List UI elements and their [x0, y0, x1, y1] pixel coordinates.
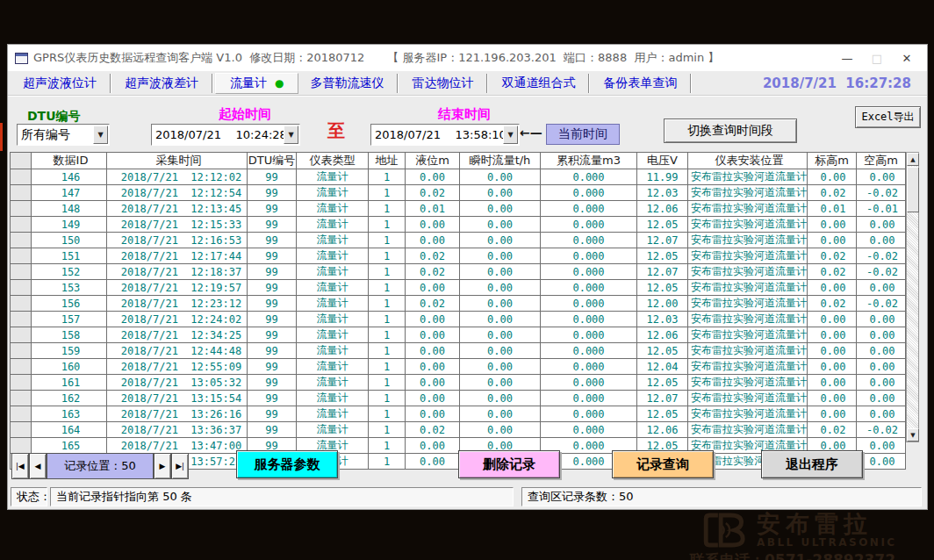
- table-row[interactable]: 1612018/7/21 13:05:3299流量计10.000.000.000…: [11, 375, 906, 391]
- dropdown-arrow-icon[interactable]: ▼: [503, 126, 518, 144]
- cell: 0.00: [857, 327, 906, 343]
- cell: 0.000: [541, 264, 637, 280]
- table-row[interactable]: 1522018/7/21 12:18:3799流量计10.020.000.000…: [11, 264, 906, 280]
- cell: 149: [32, 217, 107, 233]
- row-selector-cell[interactable]: [11, 169, 32, 185]
- row-selector-cell[interactable]: [11, 327, 32, 343]
- row-selector-cell[interactable]: [11, 264, 32, 280]
- table-row[interactable]: 1632018/7/21 13:26:1699流量计10.000.000.000…: [11, 406, 906, 422]
- table-row[interactable]: 1562018/7/21 12:23:1299流量计10.020.000.000…: [11, 296, 906, 312]
- maximize-button[interactable]: □: [862, 47, 892, 69]
- first-record-button[interactable]: |◀: [11, 453, 29, 479]
- cell: 99: [248, 185, 297, 201]
- header-address: 地址: [369, 153, 406, 169]
- dropdown-arrow-icon[interactable]: ▼: [93, 126, 108, 144]
- tab-divider: [212, 74, 213, 93]
- row-selector-cell[interactable]: [11, 248, 32, 264]
- tab-divider: [397, 74, 399, 93]
- cell: 0.02: [406, 296, 460, 312]
- cell: 164: [32, 422, 107, 438]
- cell: 安布雷拉实验河道流量计-刘军: [688, 185, 808, 201]
- cell: 0.00: [808, 169, 857, 185]
- current-time-button[interactable]: 当前时间: [546, 124, 620, 145]
- cell: 0.00: [460, 359, 541, 375]
- minimize-button[interactable]: —: [832, 47, 862, 69]
- cell: 99: [248, 327, 297, 343]
- close-button[interactable]: ✕: [892, 47, 922, 69]
- row-selector-cell[interactable]: [11, 217, 32, 233]
- cell: 12.00: [637, 296, 688, 312]
- table-row[interactable]: 1602018/7/21 12:55:0999流量计10.000.000.000…: [11, 359, 906, 375]
- table-row[interactable]: 1512018/7/21 12:17:4499流量计10.020.000.000…: [11, 248, 906, 264]
- tab-ultrasonic-level-diff-meter[interactable]: 超声波液差计: [113, 73, 210, 94]
- cell: 安布雷拉实验河道流量计-刘军: [688, 359, 808, 375]
- dropdown-arrow-icon[interactable]: ▼: [284, 126, 298, 144]
- cell: 流量计: [297, 406, 369, 422]
- cell: 0.00: [460, 406, 541, 422]
- cell: 0.000: [541, 312, 637, 327]
- table-row[interactable]: 1532018/7/21 12:19:5799流量计10.000.000.000…: [11, 280, 906, 296]
- scrollbar-thumb[interactable]: [907, 167, 919, 212]
- tab-radar-level-meter[interactable]: 雷达物位计: [400, 73, 485, 94]
- scroll-up-icon[interactable]: ▲: [907, 153, 919, 166]
- tab-doppler-velocimeter[interactable]: 多普勒流速仪: [298, 73, 395, 94]
- cell: 2018/7/21 12:44:48: [107, 343, 248, 359]
- cell: 流量计: [297, 217, 369, 233]
- tab-flowmeter[interactable]: 流量计●: [215, 73, 298, 94]
- cell: 2018/7/21 12:17:44: [107, 248, 248, 264]
- delete-record-button[interactable]: 删除记录: [458, 450, 560, 478]
- dtu-number-select[interactable]: 所有编号 ▼: [17, 124, 110, 146]
- row-selector-cell[interactable]: [11, 201, 32, 217]
- exit-program-button[interactable]: 退出程序: [761, 450, 863, 478]
- vertical-scrollbar[interactable]: ▲ ▼: [906, 152, 919, 442]
- table-row[interactable]: 1592018/7/21 12:44:4899流量计10.000.000.000…: [11, 343, 906, 359]
- row-selector-cell[interactable]: [11, 343, 32, 359]
- switch-time-range-button[interactable]: 切换查询时间段: [664, 118, 797, 143]
- row-selector-cell[interactable]: [11, 359, 32, 375]
- table-row[interactable]: 1492018/7/21 12:15:3399流量计10.000.000.000…: [11, 217, 906, 233]
- cell: 12.05: [637, 248, 688, 264]
- row-selector-cell[interactable]: [11, 391, 32, 406]
- cell: 99: [248, 343, 297, 359]
- cell: 99: [248, 169, 297, 185]
- row-selector-cell[interactable]: [11, 233, 32, 248]
- table-row[interactable]: 1482018/7/21 12:13:4599流量计10.010.000.000…: [11, 201, 906, 217]
- table-row[interactable]: 1462018/7/21 12:12:0299流量计10.000.000.000…: [11, 169, 906, 185]
- tab-backup-form-query[interactable]: 备份表单查询: [592, 73, 688, 94]
- row-selector-cell[interactable]: [11, 422, 32, 438]
- cell: -0.02: [857, 422, 906, 438]
- next-record-button[interactable]: ▶: [154, 453, 171, 479]
- tab-dual-channel-combo[interactable]: 双通道组合式: [490, 73, 586, 94]
- tab-ultrasonic-level-meter[interactable]: 超声波液位计: [11, 73, 108, 94]
- row-selector-cell[interactable]: [11, 280, 32, 296]
- row-selector-cell[interactable]: [11, 312, 32, 327]
- cell: 2018/7/21 13:05:32: [107, 375, 248, 391]
- tab-flowmeter-label: 流量计: [230, 75, 267, 90]
- dtu-number-label: DTU编号: [27, 109, 81, 125]
- row-selector-cell[interactable]: [11, 406, 32, 422]
- row-selector-cell[interactable]: [11, 185, 32, 201]
- cell: 0.00: [460, 391, 541, 406]
- cell: 99: [248, 422, 297, 438]
- record-query-button[interactable]: 记录查询: [612, 450, 714, 478]
- scroll-down-icon[interactable]: ▼: [907, 428, 919, 442]
- excel-export-button[interactable]: Excel导出: [855, 106, 921, 128]
- table-row[interactable]: 1642018/7/21 13:36:3799流量计10.020.000.000…: [11, 422, 906, 438]
- cell: 安布雷拉实验河道流量计-刘军: [688, 233, 808, 248]
- table-row[interactable]: 1582018/7/21 12:34:2599流量计10.000.000.000…: [11, 327, 906, 343]
- cell: 151: [32, 248, 107, 264]
- cell: 0.000: [541, 375, 637, 391]
- last-record-button[interactable]: ▶|: [171, 453, 189, 479]
- row-selector-cell[interactable]: [11, 296, 32, 312]
- prev-record-button[interactable]: ◀: [29, 453, 47, 479]
- end-time-select[interactable]: 2018/07/21 13:58:10 ▼: [370, 124, 520, 146]
- start-time-select[interactable]: 2018/07/21 10:24:28 ▼: [151, 124, 300, 146]
- server-params-button[interactable]: 服务器参数: [236, 450, 338, 478]
- table-row[interactable]: 1502018/7/21 12:16:5399流量计10.000.000.000…: [11, 233, 906, 248]
- cell: 0.000: [541, 185, 637, 201]
- cell: 0.00: [460, 280, 541, 296]
- table-row[interactable]: 1572018/7/21 12:24:0299流量计10.000.000.000…: [11, 312, 906, 327]
- table-row[interactable]: 1622018/7/21 13:15:5499流量计10.000.000.000…: [11, 391, 906, 406]
- table-row[interactable]: 1472018/7/21 12:12:5499流量计10.020.000.000…: [11, 185, 906, 201]
- row-selector-cell[interactable]: [11, 375, 32, 391]
